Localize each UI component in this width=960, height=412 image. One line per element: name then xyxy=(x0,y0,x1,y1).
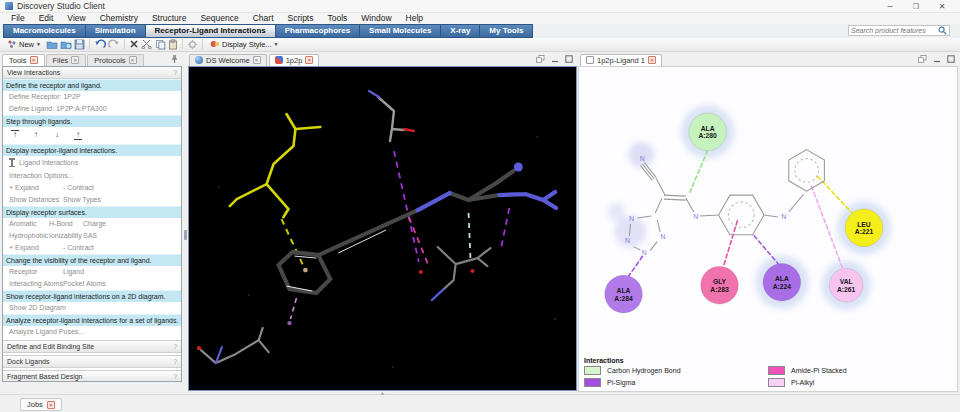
section-define-and-edit-binding-site[interactable]: Define and Edit Binding Site? xyxy=(3,340,181,353)
molecule-3d-svg[interactable] xyxy=(189,67,576,390)
residue-ala-a-224[interactable]: ALAA:224 xyxy=(763,263,801,301)
open-file-icon[interactable] xyxy=(46,39,58,50)
close-tab-icon[interactable] xyxy=(30,56,38,64)
new-button[interactable]: New ▼ xyxy=(4,38,44,50)
viewport-3d[interactable] xyxy=(188,66,577,391)
close-tab-icon[interactable] xyxy=(129,56,137,64)
first-ligand-button[interactable] xyxy=(10,130,20,140)
link-h-bond[interactable]: H-Bond xyxy=(49,220,83,227)
link-analyze-ligand-poses[interactable]: Analyze Ligand Poses... xyxy=(9,328,84,335)
open-url-icon[interactable] xyxy=(60,39,72,50)
link-interacting-atoms[interactable]: Interacting Atoms xyxy=(9,280,63,287)
panel-tab-tools[interactable]: Tools xyxy=(2,54,45,66)
link-show-2d-diagram[interactable]: Show 2D Diagram xyxy=(9,304,66,311)
save-icon[interactable] xyxy=(74,39,85,50)
minimize-pane-icon[interactable] xyxy=(551,55,559,63)
residue-val-a-261[interactable]: VALA:261 xyxy=(829,268,863,302)
tab-ligand-diagram[interactable]: 1p2p-Ligand 1 xyxy=(580,54,662,66)
ribbon-tab-my-tools[interactable]: My Tools xyxy=(479,24,533,38)
link-contract[interactable]: - Contract xyxy=(63,244,94,251)
section-dock-ligands[interactable]: Dock Ligands? xyxy=(3,355,181,368)
link-charge[interactable]: Charge xyxy=(83,220,106,227)
maximize-pane-icon[interactable] xyxy=(565,55,573,63)
search-box[interactable] xyxy=(848,25,950,36)
collapse-pane-arrow[interactable] xyxy=(381,391,385,397)
section-fragment-based-design[interactable]: Fragment Based Design? xyxy=(3,370,181,382)
link-ligand-interactions[interactable]: Ligand Interactions xyxy=(19,159,78,166)
menu-help[interactable]: Help xyxy=(399,13,430,24)
close-tab-icon[interactable] xyxy=(648,56,656,64)
link-pocket-atoms[interactable]: Pocket Atoms xyxy=(63,280,106,287)
delete-icon[interactable] xyxy=(129,39,139,49)
close-tab-icon[interactable] xyxy=(253,56,261,64)
menu-window[interactable]: Window xyxy=(354,13,398,24)
ribbon-tab-small-molecules[interactable]: Small Molecules xyxy=(359,24,440,38)
link-define-ligand-1p2p-a-pta300[interactable]: Define Ligand: 1P2P:A:PTA300 xyxy=(9,105,107,112)
menu-edit[interactable]: Edit xyxy=(32,13,61,24)
viewer-tab-ds-welcome[interactable]: DS Welcome xyxy=(189,54,267,66)
ribbon-tab-pharmacophores[interactable]: Pharmacophores xyxy=(275,24,359,38)
ribbon-tab-macromolecules[interactable]: Macromolecules xyxy=(3,24,85,38)
menu-chart[interactable]: Chart xyxy=(246,13,281,24)
interaction-line-pi-sigma[interactable] xyxy=(754,236,778,264)
link-sas[interactable]: SAS xyxy=(83,232,97,239)
copy-icon[interactable] xyxy=(155,39,166,50)
menu-chemistry[interactable]: Chemistry xyxy=(93,13,145,24)
panel-tab-files[interactable]: Files xyxy=(46,54,87,66)
last-ligand-button[interactable] xyxy=(73,130,83,140)
restore-icon[interactable] xyxy=(911,0,921,13)
link-hydrophobic[interactable]: Hydrophobic xyxy=(9,232,49,239)
new-dropdown-caret[interactable]: ▼ xyxy=(36,41,41,47)
link-expand[interactable]: + Expand xyxy=(9,184,63,191)
ribbon-tab-x-ray[interactable]: X-ray xyxy=(440,24,479,38)
menu-scripts[interactable]: Scripts xyxy=(281,13,321,24)
link-contract[interactable]: - Contract xyxy=(63,184,94,191)
close-icon[interactable] xyxy=(937,0,947,13)
cascade-icon[interactable] xyxy=(918,55,927,63)
undo-icon[interactable] xyxy=(94,39,106,50)
settings-gear-icon[interactable] xyxy=(187,39,198,50)
ribbon-tab-receptor-ligand-interactions[interactable]: Receptor-Ligand Interactions xyxy=(145,24,275,38)
pin-icon[interactable] xyxy=(171,54,178,64)
link-ionizability[interactable]: Ionizability xyxy=(49,232,83,239)
next-ligand-button[interactable] xyxy=(52,130,62,140)
link-receptor[interactable]: Receptor xyxy=(9,268,63,275)
maximize-pane-icon[interactable] xyxy=(947,55,955,63)
residue-gly-a-283[interactable]: GLYA:283 xyxy=(701,266,739,304)
minimize-pane-icon[interactable] xyxy=(933,55,941,63)
panel-tab-protocols[interactable]: Protocols xyxy=(87,54,143,66)
close-tab-icon[interactable] xyxy=(71,56,79,64)
menu-file[interactable]: File xyxy=(4,13,32,24)
link-aromatic[interactable]: Aromatic xyxy=(9,220,49,227)
minimize-icon[interactable] xyxy=(885,0,895,13)
ribbon-tab-simulation[interactable]: Simulation xyxy=(85,24,145,38)
link-show-types[interactable]: Show Types xyxy=(63,196,101,203)
menu-structure[interactable]: Structure xyxy=(145,13,194,24)
link-ligand[interactable]: Ligand xyxy=(63,268,84,275)
search-icon[interactable] xyxy=(938,26,947,35)
residue-leu-a-221[interactable]: LEUA:221 xyxy=(845,209,883,247)
diagram-2d-canvas[interactable]: NNNNNNN ALAA:280LEUA:221ALAA:284GLYA:283… xyxy=(578,66,958,392)
menu-sequence[interactable]: Sequence xyxy=(193,13,245,24)
section-view-interactions[interactable]: View Interactions ? xyxy=(3,67,181,79)
viewer-tab-1p2p[interactable]: 1p2p xyxy=(269,54,320,66)
previous-ligand-button[interactable] xyxy=(31,130,41,140)
display-style-caret[interactable]: ▼ xyxy=(274,41,279,47)
close-tab-icon[interactable] xyxy=(305,56,313,64)
jobs-close-icon[interactable] xyxy=(47,401,55,409)
menu-view[interactable]: View xyxy=(60,13,92,24)
jobs-tab[interactable]: Jobs xyxy=(20,398,62,411)
display-style-button[interactable]: Display Style... ▼ xyxy=(207,38,282,50)
link-interaction-options[interactable]: Interaction Options... xyxy=(9,172,74,179)
ligand-2d-diagram-svg[interactable]: NNNNNNN ALAA:280LEUA:221ALAA:284GLYA:283… xyxy=(579,67,957,355)
paste-icon[interactable] xyxy=(168,39,178,50)
redo-icon[interactable] xyxy=(108,39,120,50)
menu-tools[interactable]: Tools xyxy=(320,13,354,24)
search-input[interactable] xyxy=(851,27,938,34)
residue-ala-a-284[interactable]: ALAA:284 xyxy=(605,275,643,313)
interaction-line-pi-sigma[interactable] xyxy=(628,256,642,276)
link-define-receptor-1p2p[interactable]: Define Receptor: 1P2P xyxy=(9,93,81,100)
link-show-distances[interactable]: Show Distances xyxy=(9,196,63,203)
cut-icon[interactable] xyxy=(141,39,153,49)
residue-ala-a-280[interactable]: ALAA:280 xyxy=(689,113,727,151)
